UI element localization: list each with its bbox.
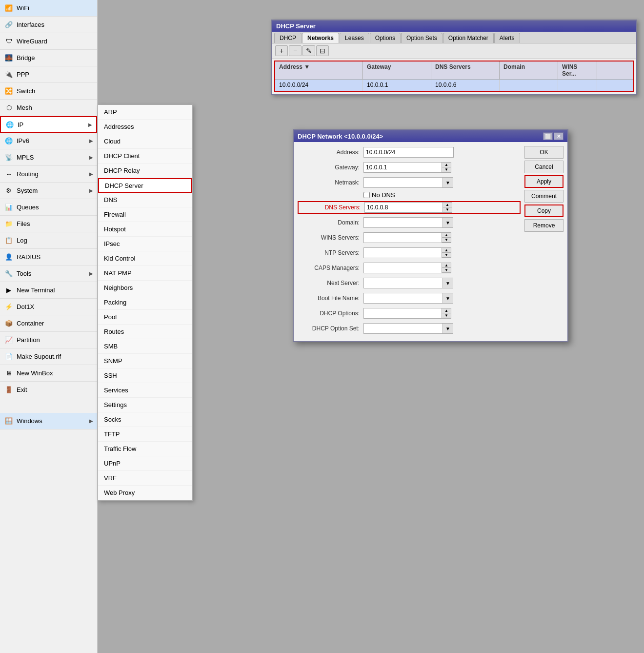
next-server-input[interactable]	[363, 278, 443, 288]
dialog-restore-button[interactable]: ⬜	[543, 132, 553, 140]
dhcp-option-set-input[interactable]	[363, 323, 443, 334]
sidebar-item-mpls[interactable]: 📡 MPLS ▶	[0, 149, 97, 166]
gateway-spin-buttons[interactable]: ▲ ▼	[442, 162, 451, 173]
no-dns-checkbox[interactable]	[363, 192, 370, 198]
dns-spin-buttons[interactable]: ▲ ▼	[443, 202, 452, 213]
sidebar-item-exit[interactable]: 🚪 Exit	[0, 382, 97, 398]
sidebar-item-windows[interactable]: 🪟 Windows ▶	[0, 413, 97, 429]
cancel-button[interactable]: Cancel	[524, 161, 564, 173]
submenu-item-web-proxy[interactable]: Web Proxy	[98, 486, 192, 500]
tab-dhcp[interactable]: DHCP	[274, 33, 302, 43]
sidebar-item-container[interactable]: 📦 Container	[0, 315, 97, 332]
submenu-item-ssh[interactable]: SSH	[98, 368, 192, 383]
submenu-item-firewall[interactable]: Firewall	[98, 207, 192, 222]
sidebar-item-ip[interactable]: 🌐 IP ▶	[0, 116, 97, 133]
submenu-item-socks[interactable]: Socks	[98, 412, 192, 427]
submenu-item-ipsec[interactable]: IPsec	[98, 237, 192, 251]
caps-input[interactable]	[363, 263, 442, 273]
submenu-item-snmp[interactable]: SNMP	[98, 354, 192, 368]
sidebar-item-mesh[interactable]: ⬡ Mesh	[0, 100, 97, 116]
apply-button[interactable]: Apply	[524, 175, 564, 188]
dns-spin-down[interactable]: ▼	[443, 207, 452, 212]
submenu-item-dhcp-server[interactable]: DHCP Server	[98, 178, 192, 193]
submenu-item-neighbors[interactable]: Neighbors	[98, 281, 192, 295]
caps-spin-down[interactable]: ▼	[442, 268, 451, 273]
gateway-input[interactable]	[363, 162, 442, 173]
sidebar-item-ipv6[interactable]: 🌐 IPv6 ▶	[0, 133, 97, 149]
ok-button[interactable]: OK	[524, 146, 564, 159]
submenu-item-vrf[interactable]: VRF	[98, 471, 192, 486]
submenu-item-traffic-flow[interactable]: Traffic Flow	[98, 442, 192, 456]
domain-dropdown-button[interactable]: ▼	[443, 217, 453, 228]
next-server-dropdown-button[interactable]: ▼	[443, 278, 453, 288]
submenu-item-services[interactable]: Services	[98, 383, 192, 398]
gateway-spin-up[interactable]: ▲	[442, 163, 451, 167]
sidebar-item-radius[interactable]: 👤 RADIUS	[0, 249, 97, 265]
sidebar-item-partition[interactable]: 📈 Partition	[0, 332, 97, 348]
sidebar-item-log[interactable]: 📋 Log	[0, 232, 97, 249]
tab-leases[interactable]: Leases	[340, 33, 369, 43]
submenu-item-settings[interactable]: Settings	[98, 398, 192, 412]
sidebar-item-interfaces[interactable]: 🔗 Interfaces	[0, 17, 97, 33]
caps-spin-buttons[interactable]: ▲ ▼	[442, 263, 451, 273]
comment-button[interactable]: Comment	[524, 190, 564, 203]
submenu-item-hotspot[interactable]: Hotspot	[98, 222, 192, 237]
submenu-item-tftp[interactable]: TFTP	[98, 427, 192, 442]
ntp-input[interactable]	[363, 247, 442, 258]
sidebar-item-make-supout[interactable]: 📄 Make Supout.rif	[0, 348, 97, 365]
tab-option-matcher[interactable]: Option Matcher	[443, 33, 494, 43]
sidebar-item-wireguard[interactable]: 🛡 WireGuard	[0, 33, 97, 50]
netmask-dropdown-button[interactable]: ▼	[443, 177, 453, 188]
dhcp-options-spin-up[interactable]: ▲	[442, 308, 451, 313]
submenu-item-dhcp-relay[interactable]: DHCP Relay	[98, 163, 192, 178]
wins-spin-buttons[interactable]: ▲ ▼	[442, 232, 451, 243]
sidebar-item-bridge[interactable]: 🌉 Bridge	[0, 50, 97, 66]
submenu-item-pool[interactable]: Pool	[98, 310, 192, 325]
submenu-item-cloud[interactable]: Cloud	[98, 134, 192, 149]
dhcp-options-spin-down[interactable]: ▼	[442, 313, 451, 318]
copy-button[interactable]: Copy	[524, 204, 564, 217]
add-button[interactable]: +	[275, 45, 288, 56]
dns-servers-input[interactable]	[364, 202, 443, 213]
remove-button[interactable]: −	[289, 45, 302, 56]
ntp-spin-down[interactable]: ▼	[442, 253, 451, 258]
gateway-spin-down[interactable]: ▼	[442, 167, 451, 172]
boot-file-input[interactable]	[363, 293, 443, 304]
sidebar-item-system[interactable]: ⚙ System ▶	[0, 183, 97, 199]
sidebar-item-new-terminal[interactable]: ▶ New Terminal	[0, 282, 97, 299]
edit-button[interactable]: ✎	[302, 45, 315, 56]
wins-spin-down[interactable]: ▼	[442, 238, 451, 243]
table-row[interactable]: 10.0.0.0/24 10.0.0.1 10.0.0.6	[275, 80, 633, 91]
submenu-item-nat-pmp[interactable]: NAT PMP	[98, 266, 192, 281]
boot-file-dropdown-button[interactable]: ▼	[443, 293, 453, 304]
address-input[interactable]	[363, 147, 454, 158]
sidebar-item-tools[interactable]: 🔧 Tools ▶	[0, 265, 97, 282]
submenu-item-kid-control[interactable]: Kid Control	[98, 251, 192, 266]
sidebar-item-routing[interactable]: ↔ Routing ▶	[0, 166, 97, 183]
submenu-item-dhcp-client[interactable]: DHCP Client	[98, 149, 192, 163]
dns-spin-up[interactable]: ▲	[443, 203, 452, 207]
submenu-item-upnp[interactable]: UPnP	[98, 456, 192, 471]
tab-alerts[interactable]: Alerts	[494, 33, 520, 43]
dialog-close-button[interactable]: ✕	[554, 132, 564, 140]
sidebar-item-switch[interactable]: 🔀 Switch	[0, 83, 97, 100]
sidebar-item-wifi[interactable]: 📶 WiFi	[0, 0, 97, 17]
sidebar-item-dot1x[interactable]: ⚡ Dot1X	[0, 299, 97, 315]
sidebar-item-new-winbox[interactable]: 🖥 New WinBox	[0, 365, 97, 382]
submenu-item-dns[interactable]: DNS	[98, 193, 192, 207]
submenu-item-addresses[interactable]: Addresses	[98, 120, 192, 134]
submenu-item-routes[interactable]: Routes	[98, 325, 192, 339]
ntp-spin-up[interactable]: ▲	[442, 248, 451, 253]
sidebar-item-ppp[interactable]: 🔌 PPP	[0, 66, 97, 83]
filter-button[interactable]: ⊟	[316, 45, 329, 56]
submenu-item-packing[interactable]: Packing	[98, 295, 192, 310]
dhcp-options-input[interactable]	[363, 308, 442, 319]
caps-spin-up[interactable]: ▲	[442, 263, 451, 268]
sidebar-item-queues[interactable]: 📊 Queues	[0, 199, 97, 216]
remove-button[interactable]: Remove	[524, 219, 564, 232]
dhcp-option-set-dropdown-button[interactable]: ▼	[443, 323, 453, 334]
tab-option-sets[interactable]: Option Sets	[401, 33, 443, 43]
netmask-input[interactable]	[363, 177, 443, 188]
submenu-item-smb[interactable]: SMB	[98, 339, 192, 354]
sidebar-item-files[interactable]: 📁 Files	[0, 216, 97, 232]
